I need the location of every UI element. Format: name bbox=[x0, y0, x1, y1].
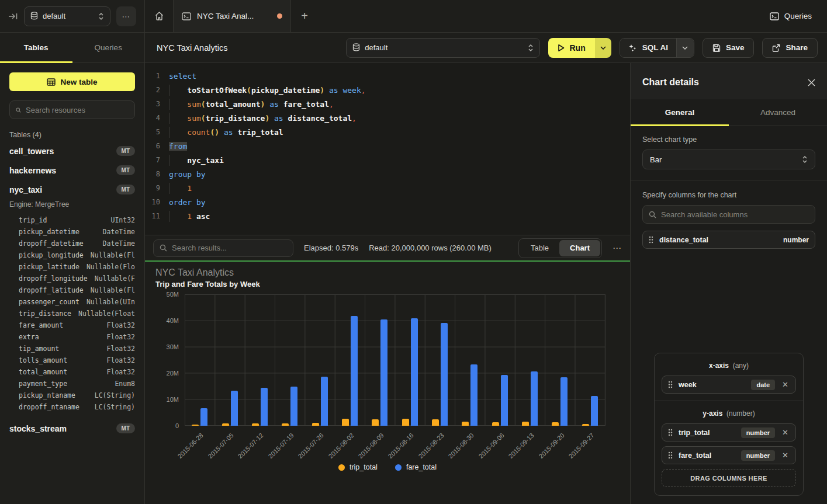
code-line[interactable]: 1select bbox=[145, 69, 630, 83]
bar-fare_total[interactable] bbox=[261, 388, 268, 426]
bar-fare_total[interactable] bbox=[290, 387, 297, 426]
new-table-button[interactable]: New table bbox=[9, 72, 135, 91]
bar-trip_total[interactable] bbox=[432, 419, 439, 426]
bar-fare_total[interactable] bbox=[411, 318, 418, 426]
new-tab-button[interactable]: + bbox=[291, 0, 318, 32]
bar-fare_total[interactable] bbox=[380, 319, 387, 426]
y-tick-label: 50M bbox=[167, 291, 179, 298]
sql-ai-options-button[interactable] bbox=[676, 39, 694, 57]
code-line[interactable]: 2 toStartOfWeek(pickup_datetime) as week… bbox=[145, 83, 630, 97]
ellipsis-icon: ⋯ bbox=[122, 12, 131, 21]
queries-button[interactable]: Queries bbox=[755, 0, 827, 32]
bar-trip_total[interactable] bbox=[582, 424, 589, 426]
sql-ai-button[interactable]: SQL AI bbox=[620, 39, 676, 57]
tables-list: cell_towersMThackernewsMTnyc_taxiMTEngin… bbox=[0, 141, 144, 438]
code-line[interactable]: 3 sum(total_amount) as fare_total, bbox=[145, 97, 630, 111]
code-line[interactable]: 7 nyc_taxi bbox=[145, 153, 630, 167]
bar-fare_total[interactable] bbox=[200, 408, 207, 426]
bar-trip_total[interactable] bbox=[282, 423, 289, 426]
table-row[interactable]: hackernewsMT bbox=[9, 161, 135, 180]
sidebar-search-input[interactable] bbox=[26, 106, 129, 114]
bar-trip_total[interactable] bbox=[192, 425, 199, 426]
bar-trip_total[interactable] bbox=[252, 423, 259, 426]
bar-trip_total[interactable] bbox=[552, 422, 559, 426]
bar-fare_total[interactable] bbox=[321, 377, 328, 426]
table-row[interactable]: cell_towersMT bbox=[9, 141, 135, 161]
results-more-button[interactable]: ⋯ bbox=[613, 243, 622, 253]
bar-trip_total[interactable] bbox=[402, 419, 409, 426]
sidebar-tab-tables[interactable]: Tables bbox=[0, 33, 72, 62]
columns-search-input[interactable] bbox=[661, 210, 809, 219]
remove-column-button[interactable]: ✕ bbox=[781, 451, 790, 460]
remove-column-button[interactable]: ✕ bbox=[781, 428, 790, 437]
legend-item[interactable]: trip_total bbox=[338, 463, 378, 471]
run-options-button[interactable] bbox=[595, 38, 611, 58]
legend-item[interactable]: fare_total bbox=[395, 463, 437, 471]
bar-trip_total[interactable] bbox=[462, 422, 469, 426]
column-type: Float32 bbox=[59, 345, 135, 353]
axis-column-item[interactable]: distance_totalnumber bbox=[642, 231, 815, 249]
view-table-button[interactable]: Table bbox=[520, 240, 559, 256]
bar-fare_total[interactable] bbox=[351, 316, 358, 426]
database-selector[interactable]: default bbox=[24, 6, 110, 26]
table-row[interactable]: nyc_taxiMT bbox=[9, 180, 135, 199]
axis-column-item[interactable]: trip_totalnumber✕ bbox=[662, 423, 796, 442]
code-line[interactable]: 6from bbox=[145, 139, 630, 153]
save-button[interactable]: Save bbox=[703, 38, 755, 58]
unsaved-dot-icon bbox=[277, 13, 282, 19]
bar-trip_total[interactable] bbox=[522, 422, 529, 426]
bar-trip_total[interactable] bbox=[372, 419, 379, 426]
chart-type-select[interactable]: Bar bbox=[642, 150, 815, 169]
code-line[interactable]: 11 1 asc bbox=[145, 209, 630, 223]
share-button[interactable]: Share bbox=[762, 38, 818, 58]
bar-fare_total[interactable] bbox=[531, 371, 538, 426]
y-axis-header: y-axis (number) bbox=[662, 409, 796, 418]
tab-general[interactable]: General bbox=[631, 99, 729, 126]
results-search[interactable] bbox=[153, 239, 293, 257]
sidebar-tab-queries[interactable]: Queries bbox=[72, 33, 145, 62]
drag-handle-icon bbox=[668, 381, 673, 388]
bar-fare_total[interactable] bbox=[560, 377, 568, 426]
axis-column-item[interactable]: fare_totalnumber✕ bbox=[662, 446, 796, 464]
sidebar-search[interactable] bbox=[9, 100, 135, 119]
bar-trip_total[interactable] bbox=[312, 423, 319, 426]
home-button[interactable] bbox=[145, 0, 173, 32]
bar-group bbox=[335, 295, 365, 426]
close-details-button[interactable] bbox=[808, 79, 815, 86]
remove-column-button[interactable]: ✕ bbox=[781, 380, 790, 389]
code-line[interactable]: 8group by bbox=[145, 167, 630, 181]
bar-trip_total[interactable] bbox=[222, 423, 229, 426]
details-tabs: General Advanced bbox=[631, 99, 827, 126]
axis-column-item[interactable]: weekdate✕ bbox=[662, 376, 796, 394]
query-tab[interactable]: NYC Taxi Anal... bbox=[173, 0, 291, 32]
code-line[interactable]: 5 count() as trip_total bbox=[145, 125, 630, 139]
engine-badge: MT bbox=[116, 146, 135, 156]
column-type: Float32 bbox=[67, 368, 135, 376]
bar-trip_total[interactable] bbox=[492, 422, 499, 426]
run-button[interactable]: Run bbox=[548, 38, 594, 58]
x-axis-header: x-axis (any) bbox=[662, 362, 796, 370]
bar-fare_total[interactable] bbox=[441, 323, 448, 426]
code-line[interactable]: 10order by bbox=[145, 195, 630, 209]
bar-fare_total[interactable] bbox=[470, 364, 477, 426]
line-number: 8 bbox=[145, 170, 160, 178]
results-search-input[interactable] bbox=[172, 244, 287, 252]
code-line[interactable]: 9 1 bbox=[145, 181, 630, 195]
toolbar-database-selector[interactable]: default bbox=[346, 38, 540, 58]
bar-fare_total[interactable] bbox=[591, 396, 598, 426]
details-header: Chart details bbox=[631, 63, 827, 99]
collapse-sidebar-button[interactable] bbox=[8, 12, 18, 20]
line-number: 10 bbox=[145, 198, 160, 206]
tab-advanced[interactable]: Advanced bbox=[729, 99, 827, 126]
bar-fare_total[interactable] bbox=[231, 391, 238, 426]
view-chart-button[interactable]: Chart bbox=[559, 240, 600, 256]
bar-group bbox=[214, 295, 244, 426]
sql-editor[interactable]: 1select2 toStartOfWeek(pickup_datetime) … bbox=[145, 63, 630, 235]
table-row[interactable]: stocks_streamMT bbox=[9, 419, 135, 438]
columns-search[interactable] bbox=[642, 205, 815, 224]
bar-trip_total[interactable] bbox=[342, 419, 349, 426]
drop-zone[interactable]: DRAG COLUMNS HERE bbox=[662, 469, 796, 487]
code-line[interactable]: 4 sum(trip_distance) as distance_total, bbox=[145, 111, 630, 125]
sidebar-more-button[interactable]: ⋯ bbox=[116, 6, 136, 26]
bar-fare_total[interactable] bbox=[501, 375, 508, 426]
